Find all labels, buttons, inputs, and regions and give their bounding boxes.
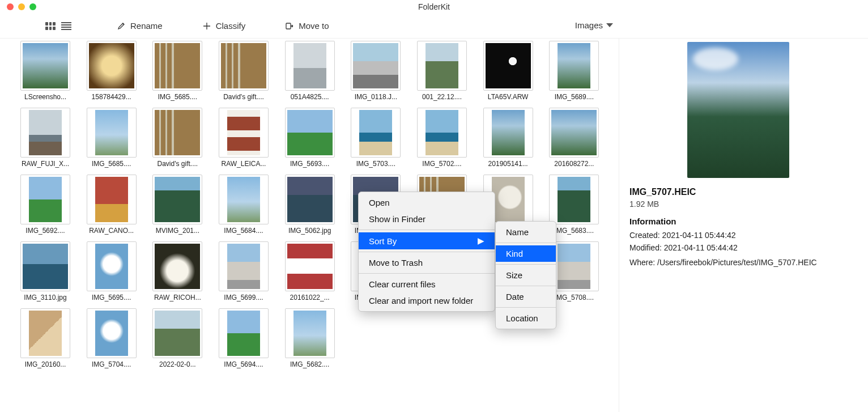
thumbnail-filename: IMG_5682.... bbox=[290, 360, 329, 368]
thumbnail-image bbox=[285, 308, 335, 358]
sort-by-submenu[interactable]: Name Kind Size Date Location bbox=[495, 221, 556, 329]
thumbnail-item[interactable]: LScreensho... bbox=[17, 41, 74, 101]
thumbnail-filename: IMG_5693.... bbox=[290, 160, 329, 168]
ctx-move-to-trash[interactable]: Move to Trash bbox=[359, 254, 495, 271]
list-view-icon[interactable] bbox=[61, 22, 71, 30]
thumbnail-filename: David's gift.... bbox=[158, 160, 198, 168]
grid-view-icon[interactable] bbox=[45, 22, 56, 30]
thumbnail-filename: 158784429... bbox=[92, 93, 131, 101]
thumbnail-item[interactable]: RAW_LEICA... bbox=[215, 108, 272, 168]
thumbnail-item[interactable]: David's gift.... bbox=[149, 108, 206, 168]
thumbnail-item[interactable]: IMG_5704.... bbox=[83, 308, 140, 368]
toolbar: Rename Classify Move to Images bbox=[0, 14, 868, 39]
thumbnail-item[interactable]: IMG_5702.... bbox=[414, 108, 470, 168]
thumbnail-image bbox=[285, 175, 335, 224]
separator bbox=[359, 252, 495, 252]
classify-button[interactable]: Classify bbox=[202, 21, 246, 31]
info-sidebar: IMG_5707.HEIC 1.92 MB Information Create… bbox=[619, 39, 868, 412]
thumbnail-item[interactable]: IMG_5693.... bbox=[282, 108, 338, 168]
thumbnail-item[interactable]: IMG_5694.... bbox=[215, 308, 272, 368]
thumbnail-item[interactable]: IMG_5703.... bbox=[347, 108, 404, 168]
sort-name[interactable]: Name bbox=[496, 224, 556, 240]
info-modified: Modified: 2021-04-11 05:44:42 bbox=[629, 243, 846, 252]
context-menu[interactable]: Open Show in Finder Sort By ▶ Move to Tr… bbox=[358, 192, 495, 312]
thumbnail-item[interactable]: IMG_5682.... bbox=[282, 308, 338, 368]
thumbnail-filename: IMG_5699.... bbox=[224, 294, 263, 301]
thumbnail-image bbox=[549, 175, 599, 224]
info-filename: IMG_5707.HEIC bbox=[629, 187, 846, 197]
thumbnail-item[interactable]: IMG_20160... bbox=[17, 308, 74, 368]
rename-icon bbox=[117, 22, 126, 31]
close-window-button[interactable] bbox=[7, 3, 14, 10]
thumbnail-image bbox=[87, 308, 137, 358]
thumbnail-filename: IMG_5685.... bbox=[92, 160, 131, 168]
ctx-open[interactable]: Open bbox=[359, 194, 495, 211]
sort-size[interactable]: Size bbox=[496, 267, 556, 283]
titlebar: FolderKit bbox=[0, 0, 868, 14]
thumbnail-filename: IMG_5695.... bbox=[92, 294, 131, 301]
thumbnail-item[interactable]: IMG_5062.jpg bbox=[282, 175, 338, 235]
thumbnail-item[interactable]: LTA65V.ARW bbox=[480, 41, 537, 101]
sort-location[interactable]: Location bbox=[496, 310, 556, 326]
thumbnail-filename: RAW_FUJI_X... bbox=[22, 160, 69, 168]
thumbnail-item[interactable]: RAW_RICOH... bbox=[149, 241, 206, 301]
thumbnail-image bbox=[152, 108, 202, 158]
filter-dropdown[interactable]: Images bbox=[575, 20, 613, 30]
thumbnail-item[interactable]: IMG_5692.... bbox=[17, 175, 74, 235]
thumbnail-item[interactable]: IMG_0118.J... bbox=[347, 41, 404, 101]
info-heading: Information bbox=[629, 216, 846, 226]
ctx-clear-import[interactable]: Clear and import new folder bbox=[359, 292, 495, 309]
thumbnail-image bbox=[219, 108, 269, 158]
ctx-sort-by[interactable]: Sort By ▶ bbox=[359, 232, 495, 249]
thumbnail-image bbox=[20, 108, 70, 158]
thumbnail-image bbox=[219, 175, 269, 224]
thumbnail-image bbox=[87, 241, 137, 291]
fullscreen-window-button[interactable] bbox=[29, 3, 36, 10]
thumbnail-image bbox=[549, 41, 599, 91]
thumbnail-filename: 20161022_... bbox=[290, 294, 330, 301]
thumbnail-item[interactable]: RAW_FUJI_X... bbox=[17, 108, 74, 168]
thumbnail-image bbox=[152, 175, 202, 224]
thumbnail-item[interactable]: IMG_5695.... bbox=[83, 241, 140, 301]
chevron-down-icon bbox=[606, 23, 613, 27]
thumbnail-image bbox=[549, 241, 599, 291]
thumbnail-item[interactable]: 201905141... bbox=[480, 108, 537, 168]
thumbnail-image bbox=[483, 41, 533, 91]
thumbnail-item[interactable]: IMG_5685.... bbox=[83, 108, 140, 168]
thumbnail-item[interactable]: IMG_5684.... bbox=[215, 175, 272, 235]
thumbnail-filename: IMG_5685.... bbox=[158, 93, 197, 101]
thumbnail-item[interactable]: RAW_CANO... bbox=[83, 175, 140, 235]
thumbnail-filename: IMG_3110.jpg bbox=[24, 294, 66, 301]
thumbnail-item[interactable]: 001_22.12.... bbox=[414, 41, 470, 101]
classify-icon bbox=[202, 22, 211, 31]
thumbnail-item[interactable]: IMG_5699.... bbox=[215, 241, 272, 301]
thumbnail-item[interactable]: 051A4825.... bbox=[282, 41, 338, 101]
thumbnail-item[interactable]: 2022-02-0... bbox=[149, 308, 206, 368]
move-to-label: Move to bbox=[299, 21, 329, 31]
thumbnail-item[interactable]: 158784429... bbox=[83, 41, 140, 101]
thumbnail-image bbox=[87, 108, 137, 158]
ctx-show-in-finder[interactable]: Show in Finder bbox=[359, 211, 495, 227]
thumbnail-image bbox=[417, 108, 467, 158]
sort-kind[interactable]: Kind bbox=[496, 245, 556, 262]
thumbnail-item[interactable]: 201608272... bbox=[546, 108, 602, 168]
move-to-button[interactable]: Move to bbox=[285, 21, 329, 31]
thumbnail-image bbox=[152, 241, 202, 291]
thumbnail-item[interactable]: IMG_5685.... bbox=[149, 41, 206, 101]
thumbnail-filename: IMG_5689.... bbox=[555, 93, 594, 101]
thumbnail-filename: IMG_5692.... bbox=[25, 227, 65, 235]
thumbnail-item[interactable]: IMG_5689.... bbox=[546, 41, 602, 101]
rename-button[interactable]: Rename bbox=[117, 21, 163, 31]
sort-date[interactable]: Date bbox=[496, 288, 556, 305]
thumbnail-item[interactable]: MVIMG_201... bbox=[149, 175, 206, 235]
thumbnail-item[interactable]: David's gift.... bbox=[215, 41, 272, 101]
minimize-window-button[interactable] bbox=[18, 3, 25, 10]
thumbnail-image bbox=[20, 241, 70, 291]
thumbnail-filename: IMG_0118.J... bbox=[355, 93, 397, 101]
info-filesize: 1.92 MB bbox=[629, 199, 846, 209]
ctx-clear-current[interactable]: Clear current files bbox=[359, 276, 495, 292]
thumbnail-item[interactable]: IMG_3110.jpg bbox=[17, 241, 74, 301]
thumbnail-item[interactable]: 20161022_... bbox=[282, 241, 338, 301]
app-title: FolderKit bbox=[418, 2, 450, 11]
thumbnail-filename: MVIMG_201... bbox=[156, 227, 199, 235]
